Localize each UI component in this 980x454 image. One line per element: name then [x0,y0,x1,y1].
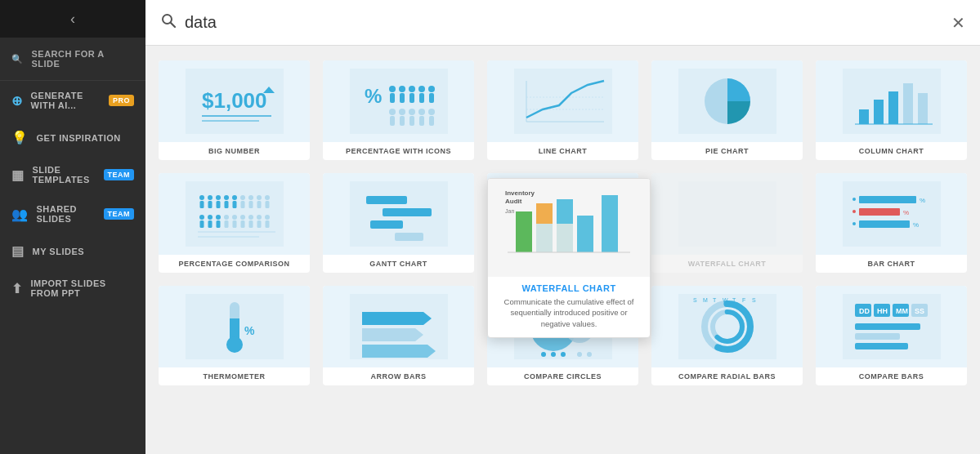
svg-point-17 [428,86,435,92]
svg-text:SS: SS [915,307,924,315]
sidebar-shared-label: SHARED SLIDES [37,204,96,224]
svg-rect-55 [240,201,244,208]
svg-rect-10 [390,93,395,103]
svg-point-27 [428,109,435,115]
card-big-number[interactable]: $1,000 BIG NUMBER [159,60,310,160]
svg-rect-24 [409,116,414,126]
thumb-thermometer: % [159,286,310,367]
search-bar-icon [160,12,177,33]
card-percentage-comparison[interactable]: PERCENTAGE COMPARISON [159,173,310,273]
card-compare-bars[interactable]: DD HH MM SS COMPARE BARS [816,286,967,385]
svg-point-44 [199,195,204,200]
label-arrow-bars: ARROW BARS [368,367,430,385]
sidebar-collapse-button[interactable]: ‹ [0,0,145,38]
svg-point-70 [232,215,237,220]
svg-point-117 [587,352,592,357]
svg-rect-73 [240,220,244,228]
svg-rect-141 [855,343,908,349]
sidebar-generate-label: GENERATE WITH AI... [31,91,101,110]
svg-point-114 [551,352,556,357]
svg-text:T: T [732,297,736,303]
import-ppt-icon: ⬆ [11,281,23,296]
sidebar-search-label: SEARCH FOR A SLIDE [32,49,135,69]
svg-point-25 [418,109,425,115]
close-icon[interactable]: ✕ [951,13,965,33]
card-pie-chart[interactable]: PIE CHART [651,60,803,160]
card-column-chart[interactable]: COLUMN CHART [816,60,967,160]
svg-point-15 [418,86,425,92]
svg-text:%: % [903,209,909,216]
svg-rect-67 [216,220,220,228]
sidebar-item-shared-slides[interactable]: 👥 SHARED SLIDES TEAM [0,194,145,234]
svg-text:%: % [244,324,255,337]
svg-rect-143 [516,211,532,252]
svg-marker-109 [362,345,436,358]
thumb-compare-radial: S M T W T F S [651,286,803,367]
svg-text:DD: DD [859,307,870,315]
sidebar: ‹ 🔍 SEARCH FOR A SLIDE ⊕ GENERATE WITH A… [0,0,145,454]
svg-text:$1,000: $1,000 [202,88,267,113]
svg-rect-145 [536,224,553,252]
card-line-chart[interactable]: LINE CHART [487,60,638,160]
svg-rect-47 [208,201,212,208]
svg-point-50 [224,195,229,200]
sidebar-item-generate-ai[interactable]: ⊕ GENERATE WITH AI... PRO [0,81,145,120]
sidebar-inspiration-label: GET INSPIRATION [37,133,135,143]
svg-rect-59 [257,201,261,208]
svg-text:F: F [742,297,745,303]
svg-point-21 [399,109,405,115]
sidebar-item-inspiration[interactable]: 💡 GET INSPIRATION [0,120,145,155]
svg-marker-108 [362,328,423,341]
sidebar-item-search[interactable]: 🔍 SEARCH FOR A SLIDE [0,38,145,81]
svg-point-52 [232,195,237,200]
svg-rect-146 [557,199,573,224]
thumb-pie-chart [651,60,803,142]
label-gantt-chart: GANTT CHART [366,255,431,273]
label-percentage-icons: PERCENTAGE WITH ICONS [342,142,454,160]
label-bar-chart: BAR CHART [865,255,919,273]
svg-point-23 [409,109,415,115]
sidebar-item-slide-templates[interactable]: ▦ SLIDE TEMPLATES TEAM [0,155,145,194]
thumb-big-number: $1,000 [159,60,310,142]
svg-rect-75 [248,220,253,228]
label-compare-circles: COMPARE CIRCLES [521,367,605,385]
svg-point-56 [248,195,253,200]
sidebar-import-label: IMPORT SLIDES FROM PPT [31,278,135,298]
sidebar-item-my-slides[interactable]: ▤ MY SLIDES [0,234,145,269]
card-percentage-icons[interactable]: % [323,60,474,160]
svg-point-62 [199,215,204,220]
svg-point-64 [208,215,213,220]
svg-rect-26 [419,116,424,126]
svg-rect-28 [429,116,434,126]
svg-rect-39 [888,91,898,124]
card-waterfall-chart[interactable]: WATERFALL CHART [651,173,803,273]
svg-rect-18 [429,93,434,103]
svg-point-98 [852,198,856,201]
card-bar-chart[interactable]: % % % BAR CHART [816,173,967,273]
svg-text:M: M [703,297,708,303]
card-thermometer[interactable]: % THERMOMETER [159,286,310,385]
card-arrow-bars[interactable]: ARROW BARS [323,286,474,385]
svg-line-1 [171,23,175,27]
svg-text:%: % [920,197,925,204]
search-input[interactable] [185,13,943,32]
svg-rect-16 [419,93,424,103]
svg-point-48 [216,195,221,200]
svg-rect-79 [265,220,269,228]
svg-rect-41 [918,93,928,124]
svg-rect-148 [577,216,593,252]
sidebar-item-import-ppt[interactable]: ⬆ IMPORT SLIDES FROM PPT [0,269,145,308]
svg-rect-90 [678,181,776,247]
svg-rect-12 [400,93,405,103]
sidebar-templates-label: SLIDE TEMPLATES [33,165,96,185]
svg-point-99 [852,210,856,213]
card-gantt-chart[interactable]: GANTT CHART [323,173,474,273]
svg-rect-65 [208,220,212,228]
svg-rect-51 [224,201,228,208]
svg-point-13 [409,86,415,92]
thumb-bar-chart: % % % [816,173,967,255]
svg-rect-37 [859,109,869,124]
chevron-left-icon: ‹ [70,11,75,28]
card-compare-radial[interactable]: S M T W T F S COMPARE RADIAL BARS [651,286,803,385]
svg-point-58 [257,195,262,200]
